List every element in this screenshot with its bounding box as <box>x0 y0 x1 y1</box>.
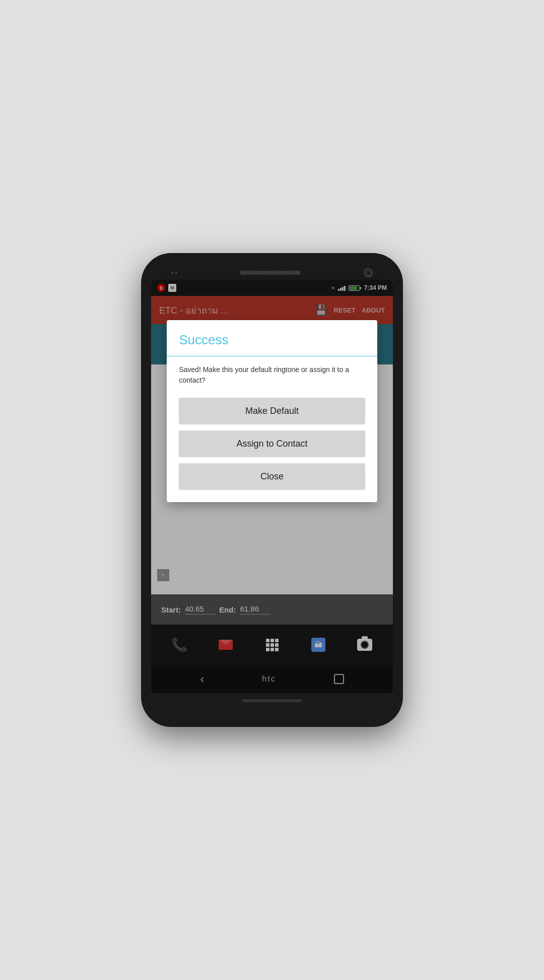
dialog-overlay: Success Saved! Make this your default ri… <box>151 280 393 693</box>
assign-to-contact-button[interactable]: Assign to Contact <box>179 431 365 457</box>
phone-frame: b M ≈ 7 <box>141 253 403 727</box>
bottom-grille <box>242 699 302 702</box>
front-camera <box>364 268 373 277</box>
dialog-divider <box>167 356 377 356</box>
phone-top <box>151 263 393 280</box>
dialog-title: Success <box>167 320 377 356</box>
speaker-grille <box>240 271 301 275</box>
screen: b M ≈ 7 <box>151 280 393 693</box>
success-dialog: Success Saved! Make this your default ri… <box>167 320 377 502</box>
speaker-dots-left <box>171 272 177 274</box>
dialog-message: Saved! Make this your default ringtone o… <box>167 364 377 398</box>
close-button[interactable]: Close <box>179 463 365 490</box>
phone-bottom <box>151 693 393 708</box>
make-default-button[interactable]: Make Default <box>179 398 365 424</box>
